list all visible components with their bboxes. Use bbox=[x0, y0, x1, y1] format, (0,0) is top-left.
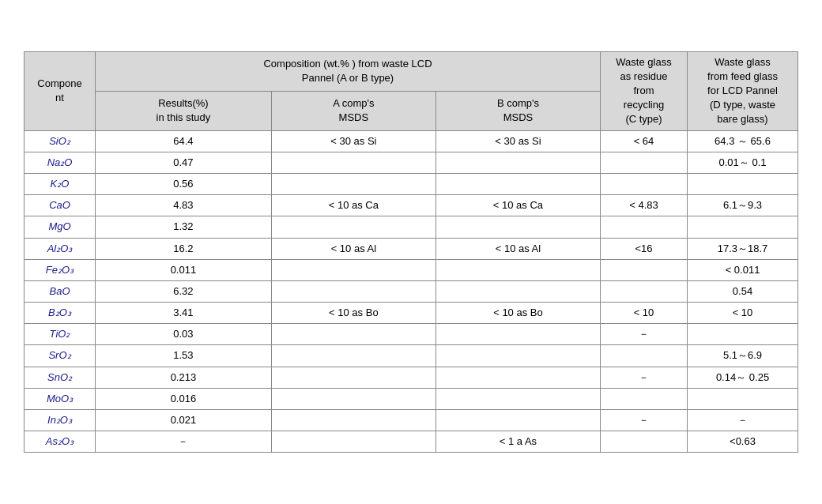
b-comp-cell bbox=[436, 216, 600, 238]
a-comp-cell bbox=[271, 410, 436, 431]
feed-cell: < 10 bbox=[688, 303, 798, 324]
residue-cell bbox=[601, 259, 688, 280]
table-row: SnO₂0.213－0.14～ 0.25 bbox=[25, 367, 798, 388]
a-comp-cell bbox=[271, 367, 436, 388]
b-comp-cell: < 10 as Bo bbox=[436, 303, 600, 324]
b-comp-cell bbox=[436, 173, 600, 194]
a-comp-cell bbox=[271, 280, 436, 302]
table-row: Na₂O0.470.01～ 0.1 bbox=[25, 152, 798, 173]
residue-cell bbox=[601, 216, 688, 238]
results-cell: 3.41 bbox=[96, 303, 272, 324]
feed-cell: 0.14～ 0.25 bbox=[688, 367, 798, 388]
feed-cell: <0.63 bbox=[688, 431, 798, 453]
residue-cell: < 4.83 bbox=[601, 195, 688, 216]
a-comp-cell: < 10 as Al bbox=[271, 238, 436, 259]
residue-cell bbox=[601, 388, 688, 409]
table-row: MoO₃0.016 bbox=[25, 388, 798, 409]
results-cell: 1.32 bbox=[96, 216, 272, 238]
table-row: Fe₂O₃0.011< 0.011 bbox=[25, 259, 798, 280]
table-row: BaO6.320.54 bbox=[25, 280, 798, 302]
b-comp-cell: < 30 as Si bbox=[436, 130, 600, 152]
results-cell: 0.011 bbox=[96, 259, 272, 280]
results-cell: 0.021 bbox=[96, 410, 272, 431]
component-cell: Fe₂O₃ bbox=[25, 259, 96, 280]
component-cell: SnO₂ bbox=[25, 367, 96, 388]
residue-cell bbox=[601, 280, 688, 302]
component-cell: Al₂O₃ bbox=[25, 238, 96, 259]
residue-cell bbox=[601, 152, 688, 173]
waste-glass-residue-header: Waste glassas residuefromrecycling(C typ… bbox=[601, 51, 688, 130]
table-row: B₂O₃3.41< 10 as Bo< 10 as Bo< 10< 10 bbox=[25, 303, 798, 324]
results-cell: － bbox=[96, 431, 272, 453]
feed-cell: 6.1～9.3 bbox=[688, 195, 798, 216]
residue-cell: － bbox=[601, 367, 688, 388]
a-comp-cell bbox=[271, 152, 436, 173]
b-comp-cell: < 1 a As bbox=[436, 431, 600, 453]
results-cell: 6.32 bbox=[96, 280, 272, 302]
b-comp-cell: < 10 as Ca bbox=[436, 195, 600, 216]
residue-cell bbox=[601, 431, 688, 453]
feed-cell: < 0.011 bbox=[688, 259, 798, 280]
component-cell: BaO bbox=[25, 280, 96, 302]
residue-cell: < 10 bbox=[601, 303, 688, 324]
feed-cell: 0.54 bbox=[688, 280, 798, 302]
feed-cell: 5.1～6.9 bbox=[688, 345, 798, 367]
results-cell: 4.83 bbox=[96, 195, 272, 216]
feed-cell: 17.3～18.7 bbox=[688, 238, 798, 259]
feed-cell bbox=[688, 216, 798, 238]
table-row: K₂O0.56 bbox=[25, 173, 798, 194]
a-comp-cell: < 10 as Ca bbox=[271, 195, 436, 216]
table-row: MgO1.32 bbox=[25, 216, 798, 238]
results-cell: 0.56 bbox=[96, 173, 272, 194]
b-comp-cell bbox=[436, 388, 600, 409]
table-row: SiO₂64.4< 30 as Si< 30 as Si< 6464.3 ～ 6… bbox=[25, 130, 798, 152]
component-cell: In₂O₃ bbox=[25, 410, 96, 431]
residue-cell: － bbox=[601, 324, 688, 345]
table-row: TiO₂0.03－ bbox=[25, 324, 798, 345]
results-subheader: Results(%)in this study bbox=[96, 91, 272, 130]
a-comp-cell bbox=[271, 259, 436, 280]
b-comp-cell bbox=[436, 324, 600, 345]
a-comp-cell bbox=[271, 388, 436, 409]
a-comp-cell: < 30 as Si bbox=[271, 130, 436, 152]
residue-cell: <16 bbox=[601, 238, 688, 259]
a-comp-cell bbox=[271, 324, 436, 345]
table-row: CaO4.83< 10 as Ca< 10 as Ca< 4.836.1～9.3 bbox=[25, 195, 798, 216]
composition-table: Component Composition (wt.% ) from waste… bbox=[24, 51, 798, 453]
component-cell: As₂O₃ bbox=[25, 431, 96, 453]
feed-cell: 64.3 ～ 65.6 bbox=[688, 130, 798, 152]
table-row: Al₂O₃16.2< 10 as Al< 10 as Al<1617.3～18.… bbox=[25, 238, 798, 259]
component-cell: Na₂O bbox=[25, 152, 96, 173]
b-comp-cell bbox=[436, 345, 600, 367]
feed-cell: － bbox=[688, 410, 798, 431]
residue-cell: < 64 bbox=[601, 130, 688, 152]
component-cell: MgO bbox=[25, 216, 96, 238]
a-comp-cell: < 10 as Bo bbox=[271, 303, 436, 324]
feed-cell bbox=[688, 388, 798, 409]
feed-cell: 0.01～ 0.1 bbox=[688, 152, 798, 173]
results-cell: 1.53 bbox=[96, 345, 272, 367]
component-cell: CaO bbox=[25, 195, 96, 216]
b-comp-subheader: B comp'sMSDS bbox=[436, 91, 600, 130]
component-header: Component bbox=[25, 51, 96, 130]
table-row: In₂O₃0.021－－ bbox=[25, 410, 798, 431]
component-cell: SrO₂ bbox=[25, 345, 96, 367]
b-comp-cell bbox=[436, 152, 600, 173]
b-comp-cell bbox=[436, 367, 600, 388]
component-cell: SiO₂ bbox=[25, 130, 96, 152]
waste-glass-feed-header: Waste glassfrom feed glassfor LCD Pannel… bbox=[688, 51, 798, 130]
component-cell: K₂O bbox=[25, 173, 96, 194]
b-comp-cell bbox=[436, 280, 600, 302]
table-row: SrO₂1.535.1～6.9 bbox=[25, 345, 798, 367]
results-cell: 0.03 bbox=[96, 324, 272, 345]
residue-cell: － bbox=[601, 410, 688, 431]
a-comp-cell bbox=[271, 216, 436, 238]
b-comp-cell bbox=[436, 259, 600, 280]
a-comp-cell bbox=[271, 431, 436, 453]
results-cell: 0.016 bbox=[96, 388, 272, 409]
results-cell: 16.2 bbox=[96, 238, 272, 259]
b-comp-cell: < 10 as Al bbox=[436, 238, 600, 259]
results-cell: 0.47 bbox=[96, 152, 272, 173]
b-comp-cell bbox=[436, 410, 600, 431]
feed-cell bbox=[688, 173, 798, 194]
